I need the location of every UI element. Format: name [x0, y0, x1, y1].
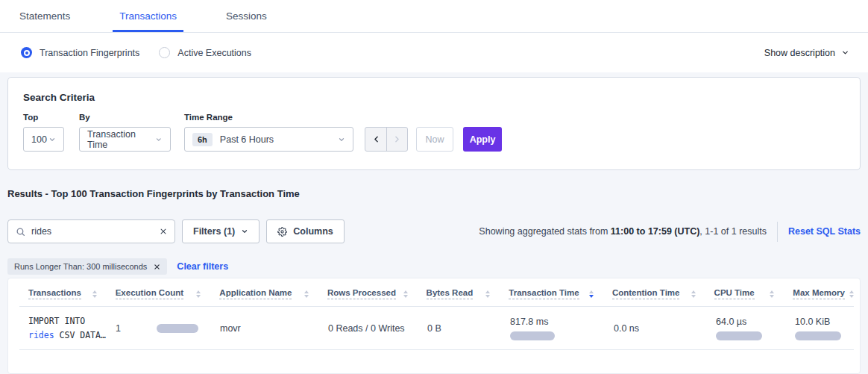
by-select-value: Transaction Time: [87, 129, 155, 150]
column-header-transactions[interactable]: Transactions: [19, 288, 116, 299]
tab-sessions[interactable]: Sessions: [219, 0, 274, 32]
cell-bytes-read: 0 B: [427, 323, 510, 334]
execution-count-bar: [157, 324, 198, 333]
chevron-down-icon: [338, 136, 345, 143]
time-prev-button[interactable]: [365, 128, 386, 151]
time-range-badge: 6h: [192, 133, 213, 146]
column-header-cpu-time[interactable]: CPU Time: [714, 288, 793, 299]
sort-icon[interactable]: [849, 290, 854, 298]
cell-execution-count: 1: [116, 323, 220, 334]
sort-icon[interactable]: [485, 290, 490, 298]
cell-contention-time: 0.0 ns: [614, 323, 716, 334]
search-criteria-title: Search Criteria: [23, 92, 845, 103]
time-range-label: Time Range: [184, 113, 353, 122]
table-row[interactable]: IMPORT INTO rides CSV DATA… 1 movr 0 Rea…: [19, 307, 854, 350]
sort-icon[interactable]: [304, 290, 309, 298]
filter-pill[interactable]: Runs Longer Than: 300 milliseconds: [7, 258, 167, 275]
filters-button-label: Filters (1): [193, 226, 235, 237]
time-range-select[interactable]: 6h Past 6 Hours: [184, 127, 353, 152]
results-controls-row: Filters (1) Columns Showing aggregated s…: [7, 219, 861, 243]
results-table: Transactions Execution Count Application…: [7, 278, 861, 374]
vertical-divider: [777, 222, 778, 242]
column-header-contention-time[interactable]: Contention Time: [612, 288, 714, 299]
radio-active-executions[interactable]: Active Executions: [159, 47, 251, 58]
chevron-left-icon: [371, 134, 381, 144]
time-range-value: Past 6 Hours: [220, 134, 274, 145]
radio-transaction-fingerprints[interactable]: Transaction Fingerprints: [21, 47, 139, 58]
cell-application-name: movr: [220, 323, 328, 334]
column-header-rows-processed[interactable]: Rows Processed: [327, 288, 427, 299]
column-header-max-memory[interactable]: Max Memory: [793, 288, 854, 299]
chevron-down-icon: [48, 136, 56, 143]
max-memory-bar: [795, 331, 841, 340]
stats-time-range: 11:00 to 17:59 (UTC): [611, 226, 699, 237]
table-header-row: Transactions Execution Count Application…: [19, 288, 854, 307]
active-filters-row: Runs Longer Than: 300 milliseconds Clear…: [7, 258, 861, 275]
sort-icon[interactable]: [92, 290, 97, 298]
chevron-right-icon: [392, 134, 402, 144]
chevron-down-icon: [155, 136, 163, 143]
sql-table-link[interactable]: rides: [28, 330, 54, 340]
by-select[interactable]: Transaction Time: [79, 127, 171, 152]
top-field: Top 100: [23, 113, 64, 152]
top-label: Top: [23, 113, 64, 122]
cell-transaction-time: 817.8 ms: [510, 317, 614, 340]
sort-icon[interactable]: [589, 290, 594, 298]
time-next-button[interactable]: [386, 128, 407, 151]
aggregated-stats-text: Showing aggregated stats from 11:00 to 1…: [479, 226, 767, 237]
column-header-transaction-time[interactable]: Transaction Time: [509, 288, 612, 299]
sort-icon[interactable]: [770, 290, 774, 298]
top-select[interactable]: 100: [23, 127, 64, 152]
view-toggle-row: Transaction Fingerprints Active Executio…: [0, 33, 868, 72]
column-header-application-name[interactable]: Application Name: [219, 288, 327, 299]
search-criteria-card: Search Criteria Top 100 By Transaction T…: [7, 77, 861, 170]
cell-transaction-fingerprint[interactable]: IMPORT INTO rides CSV DATA…: [19, 314, 116, 343]
column-header-bytes-read[interactable]: Bytes Read: [427, 288, 509, 299]
apply-button[interactable]: Apply: [463, 127, 502, 152]
cell-rows-processed: 0 Reads / 0 Writes: [328, 323, 427, 334]
gear-icon: [277, 227, 287, 237]
top-select-value: 100: [31, 134, 47, 145]
by-field: By Transaction Time: [79, 113, 171, 152]
by-label: By: [79, 113, 171, 122]
show-description-label: Show description: [764, 48, 835, 58]
chevron-down-icon: [841, 49, 849, 57]
filters-button[interactable]: Filters (1): [182, 219, 260, 243]
clear-search-icon[interactable]: [160, 228, 167, 235]
tab-statements[interactable]: Statements: [13, 0, 77, 32]
transaction-time-bar: [510, 331, 555, 340]
remove-filter-icon[interactable]: [154, 264, 160, 270]
radio-selected-icon: [21, 47, 32, 58]
page-tabs: Statements Transactions Sessions: [0, 0, 868, 33]
search-criteria-form: Top 100 By Transaction Time Time Range 6…: [23, 113, 845, 152]
search-input[interactable]: [31, 226, 154, 237]
column-header-execution-count[interactable]: Execution Count: [116, 288, 220, 299]
radio-label: Active Executions: [177, 48, 251, 58]
filter-pill-label: Runs Longer Than: 300 milliseconds: [14, 262, 147, 271]
columns-button-label: Columns: [293, 226, 333, 237]
time-range-field: Time Range 6h Past 6 Hours: [184, 113, 353, 152]
now-button[interactable]: Now: [416, 127, 453, 152]
clear-filters-link[interactable]: Clear filters: [177, 261, 228, 272]
results-heading: Results - Top 100 Transaction Fingerprin…: [7, 188, 861, 199]
search-icon: [16, 227, 25, 237]
cpu-time-bar: [716, 331, 762, 340]
sort-icon[interactable]: [196, 290, 201, 298]
sort-icon[interactable]: [691, 290, 696, 298]
search-box[interactable]: [7, 219, 175, 243]
cell-max-memory: 10.0 KiB: [795, 317, 854, 340]
tab-transactions[interactable]: Transactions: [113, 0, 183, 32]
chevron-down-icon: [241, 228, 248, 235]
time-nav-group: [365, 127, 408, 152]
radio-label: Transaction Fingerprints: [40, 48, 139, 58]
sort-icon[interactable]: [403, 290, 408, 298]
show-description-toggle[interactable]: Show description: [764, 48, 849, 58]
cell-cpu-time: 64.0 µs: [716, 317, 795, 340]
reset-sql-stats-link[interactable]: Reset SQL Stats: [788, 226, 861, 237]
columns-button[interactable]: Columns: [266, 219, 344, 243]
radio-unselected-icon: [159, 47, 170, 58]
